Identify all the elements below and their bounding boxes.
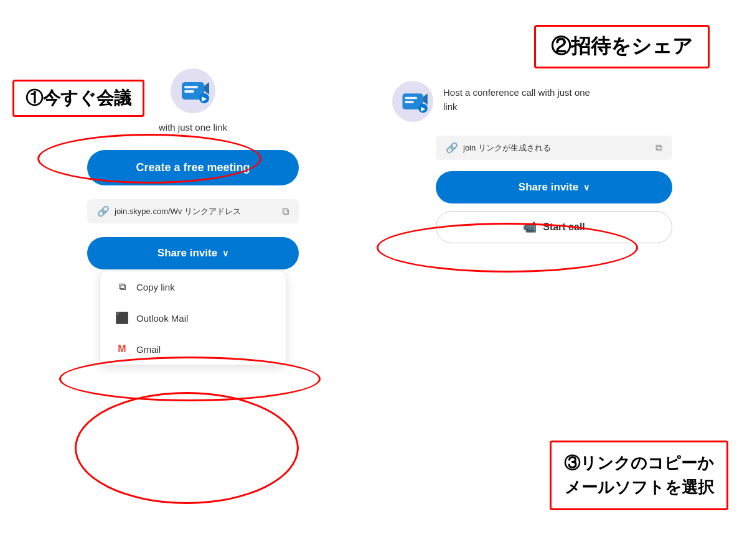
start-call-label: Start call [543, 222, 585, 233]
svg-rect-9 [405, 97, 417, 100]
copy-link-icon: ⧉ [115, 280, 129, 294]
link-icon-left: 🔗 [97, 205, 110, 217]
share-invite-button-right[interactable]: Share invite ∨ [436, 171, 672, 203]
video-call-icon: 📹 [523, 220, 537, 234]
annotation-box-2: ②招待をシェア [534, 25, 710, 68]
left-link-row: 🔗 join.skype.com/Wv リンクアドレス ⧉ [87, 199, 299, 223]
right-tagline: Host a conference call with just one lin… [443, 81, 605, 114]
svg-rect-10 [405, 101, 414, 103]
svg-rect-3 [184, 90, 194, 93]
gmail-icon: M [115, 342, 129, 356]
svg-text:▶: ▶ [202, 95, 207, 102]
annotation-box-3: ③リンクのコピーか メールソフトを選択 [550, 441, 728, 510]
share-invite-button-left[interactable]: Share invite ∨ [87, 237, 299, 269]
right-header-row: ▶ Host a conference call with just one l… [392, 81, 716, 124]
right-link-text: join リンクが生成される [463, 142, 651, 154]
copy-icon-right[interactable]: ⧉ [655, 142, 662, 154]
copy-link-item[interactable]: ⧉ Copy link [100, 271, 286, 302]
gmail-label: Gmail [136, 344, 161, 355]
outlook-mail-item[interactable]: ⬛ Outlook Mail [100, 302, 286, 334]
chevron-icon-right: ∨ [583, 182, 590, 192]
tagline-left: with just one link [159, 122, 227, 133]
outlook-mail-label: Outlook Mail [136, 313, 188, 324]
skype-icon-left: ▶ [171, 68, 215, 116]
left-share-section: Share invite ∨ ⧉ Copy link ⬛ Outlook Mai… [31, 237, 355, 365]
chevron-icon-left: ∨ [222, 248, 228, 258]
annotation-box-1: ①今すぐ会議 [12, 80, 144, 117]
left-link-text: join.skype.com/Wv リンクアドレス [115, 206, 277, 217]
right-link-row: 🔗 join リンクが生成される ⧉ [436, 136, 672, 160]
start-call-button[interactable]: 📹 Start call [436, 211, 672, 243]
gmail-item[interactable]: M Gmail [100, 334, 286, 365]
outlook-icon: ⬛ [115, 311, 129, 325]
svg-rect-2 [184, 86, 198, 88]
share-invite-dropdown: ⧉ Copy link ⬛ Outlook Mail M Gmail [100, 271, 286, 365]
svg-text:▶: ▶ [421, 106, 426, 112]
copy-icon-left[interactable]: ⧉ [282, 206, 289, 217]
create-free-meeting-button[interactable]: Create a free meeting [87, 150, 299, 185]
skype-icon-right: ▶ [392, 81, 433, 124]
copy-link-label: Copy link [136, 282, 175, 292]
link-icon-right: 🔗 [446, 142, 458, 154]
